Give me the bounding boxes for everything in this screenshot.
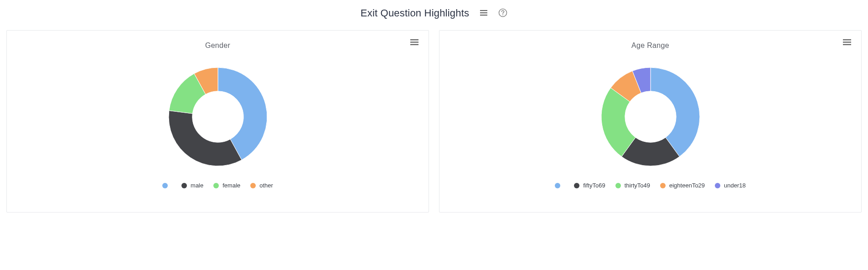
legend-item[interactable] xyxy=(162,182,171,189)
donut-chart-age-range xyxy=(598,64,703,169)
chart-title: Gender xyxy=(205,42,230,50)
legend-swatch xyxy=(250,183,256,188)
legend-swatch xyxy=(213,183,219,188)
svg-rect-8 xyxy=(843,39,851,40)
help-icon xyxy=(498,8,507,19)
legend-item[interactable]: eighteenTo29 xyxy=(660,182,705,189)
legend-swatch xyxy=(615,183,621,188)
page-header: Exit Question Highlights xyxy=(0,0,868,30)
chart-menu-button-age-range[interactable] xyxy=(843,39,851,47)
charts-row: Gender malefemaleother Age Range fiftyTo… xyxy=(0,30,868,222)
legend-swatch xyxy=(181,183,187,188)
page-title: Exit Question Highlights xyxy=(361,7,469,19)
legend-item[interactable]: female xyxy=(213,182,240,189)
chart-card-age-range: Age Range fiftyTo69thirtyTo49eighteenTo2… xyxy=(439,30,862,213)
svg-point-4 xyxy=(502,14,503,15)
chart-legend-age-range: fiftyTo69thirtyTo49eighteenTo29under18 xyxy=(555,182,746,189)
svg-rect-5 xyxy=(410,39,418,40)
svg-rect-0 xyxy=(480,10,487,11)
legend-label: female xyxy=(222,182,240,189)
legend-label: male xyxy=(191,182,203,189)
donut-slice[interactable] xyxy=(169,110,242,166)
header-icons xyxy=(480,8,507,19)
svg-rect-10 xyxy=(843,44,851,45)
legend-label: thirtyTo49 xyxy=(625,182,650,189)
chart-legend-gender: malefemaleother xyxy=(162,182,273,189)
legend-swatch xyxy=(660,183,666,188)
chart-title: Age Range xyxy=(631,42,669,50)
legend-item[interactable]: under18 xyxy=(715,182,746,189)
legend-item[interactable] xyxy=(555,182,564,189)
chart-card-gender: Gender malefemaleother xyxy=(6,30,429,213)
legend-swatch xyxy=(715,183,720,188)
svg-rect-2 xyxy=(480,15,487,16)
legend-item[interactable]: fiftyTo69 xyxy=(574,182,605,189)
legend-swatch xyxy=(162,183,168,188)
legend-swatch xyxy=(555,183,560,188)
hamburger-icon xyxy=(480,10,487,17)
chart-menu-button-gender[interactable] xyxy=(410,39,418,47)
hamburger-icon xyxy=(410,39,418,47)
svg-rect-1 xyxy=(480,12,487,13)
legend-item[interactable]: male xyxy=(181,182,203,189)
hamburger-icon xyxy=(843,39,851,47)
page-menu-button[interactable] xyxy=(480,10,487,17)
svg-rect-9 xyxy=(843,42,851,42)
help-button[interactable] xyxy=(498,8,507,19)
donut-chart-gender xyxy=(165,64,270,169)
legend-label: other xyxy=(259,182,273,189)
legend-label: eighteenTo29 xyxy=(669,182,705,189)
legend-label: fiftyTo69 xyxy=(583,182,605,189)
svg-rect-6 xyxy=(410,42,418,42)
legend-item[interactable]: thirtyTo49 xyxy=(615,182,650,189)
legend-swatch xyxy=(574,183,579,188)
svg-rect-7 xyxy=(410,44,418,45)
legend-label: under18 xyxy=(724,182,746,189)
legend-item[interactable]: other xyxy=(250,182,273,189)
